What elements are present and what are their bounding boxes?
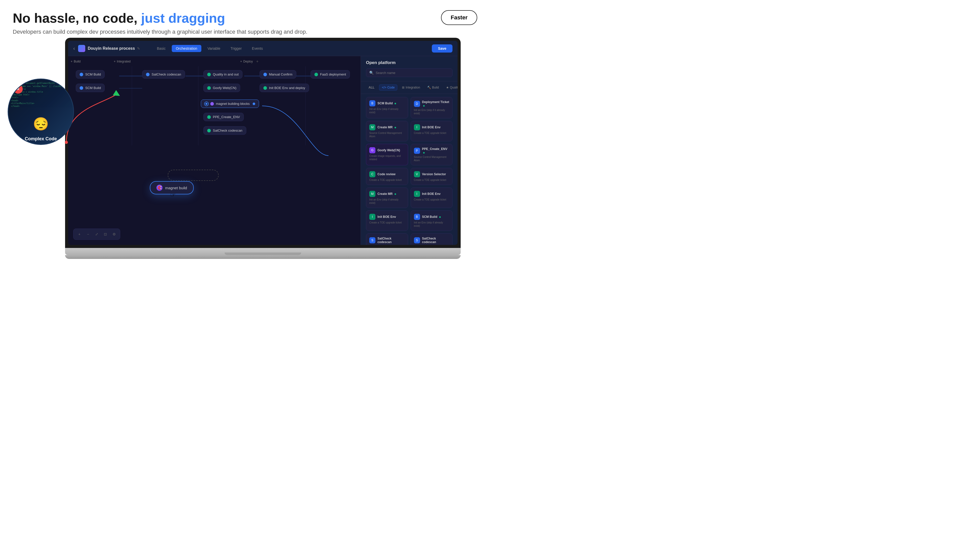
- laptop-stand: [65, 255, 461, 259]
- panel-item-goofy-web[interactable]: G Goofy Web(CN) Create image requests, a…: [366, 144, 408, 165]
- scm-build-node-1[interactable]: SCM Build: [76, 70, 105, 79]
- nav-title: Douyin Release process: [88, 46, 135, 51]
- app-logo: [78, 45, 85, 52]
- panel-item-satcheck-1[interactable]: S SatCheck codescan: [366, 233, 408, 245]
- panel-item-icon: I: [414, 191, 420, 197]
- panel-item-desc: Source Control Management Atom: [369, 131, 405, 138]
- tab-trigger[interactable]: Trigger: [226, 45, 246, 52]
- panel-item-icon: I: [369, 214, 375, 220]
- panel-item-icon: C: [369, 171, 375, 177]
- laptop-wrapper: ‹ Douyin Release process ✎ Basic Orchest…: [56, 38, 469, 275]
- header: No hassle, no code, just dragging Develo…: [0, 0, 490, 40]
- panel-item-icon: S: [414, 237, 420, 243]
- node-label: SatCheck codescan: [151, 73, 181, 76]
- node-dot: [314, 73, 318, 76]
- zoom-in-button[interactable]: +: [76, 230, 83, 238]
- node-label: magnet building blocks: [216, 102, 250, 106]
- laptop-base: [65, 248, 461, 255]
- tab-variable[interactable]: Variable: [204, 45, 224, 52]
- node-dot: [210, 102, 214, 106]
- svg-marker-1: [113, 90, 120, 96]
- tab-orchestration[interactable]: Orchestration: [172, 45, 201, 52]
- node-dot: [207, 115, 211, 119]
- nav-tabs: Basic Orchestration Variable Trigger Eve…: [153, 45, 267, 52]
- nav-back-button[interactable]: ‹: [73, 45, 75, 51]
- panel-item-name: SCM Build: [422, 215, 441, 219]
- tab-events[interactable]: Events: [248, 45, 267, 52]
- panel-item-satcheck-2[interactable]: S SatCheck codescan: [410, 233, 453, 245]
- panel-item-desc: Create image requests, and related: [369, 154, 405, 161]
- quality-node[interactable]: Quality in and out: [204, 70, 242, 79]
- panel-item-init-boe-1[interactable]: I Init BOE Env Create a TOE upgrade tick…: [410, 121, 453, 141]
- panel-item-desc: Init an Env (skip if already exist): [369, 198, 405, 205]
- panel-item-ppe-create[interactable]: P PPE_Create_ENV Source Control Manageme…: [410, 144, 453, 165]
- panel-item-desc: Init an Env (skip if already exist): [414, 221, 449, 227]
- panel-item-scm-build[interactable]: B SCM Build Init an Env (skip if already…: [366, 97, 408, 118]
- panel-item-create-mr-2[interactable]: M Create MR Init an Env (skip if already…: [366, 187, 408, 208]
- node-label: Init BOE Env and deploy: [269, 86, 305, 90]
- node-dot: [207, 73, 211, 76]
- manual-confirm-node[interactable]: Manual Confirm: [259, 70, 296, 79]
- panel-item-scm-build-2[interactable]: B SCM Build Init an Env (skip if already…: [410, 210, 453, 231]
- connector-dot: [253, 103, 255, 105]
- edit-icon[interactable]: ✎: [137, 46, 140, 51]
- node-dot: [146, 73, 150, 76]
- panel-item-name: Init BOE Env: [422, 125, 441, 129]
- filter-quality[interactable]: ★ Quality: [444, 84, 458, 91]
- panel-item-desc: Create a TOE upgrade ticket: [414, 131, 449, 135]
- node-label: Manual Confirm: [269, 73, 293, 76]
- panel-item-name: SCM Build: [377, 102, 396, 105]
- save-button[interactable]: Save: [432, 44, 452, 52]
- node-label: SCM Build: [85, 73, 101, 76]
- filter-all[interactable]: ALL: [366, 84, 377, 91]
- panel-item-icon: M: [369, 124, 375, 130]
- node-dot: [207, 129, 211, 132]
- panel-item-desc: Create a TOE upgrade ticket: [414, 198, 449, 201]
- panel-item-icon: I: [414, 124, 420, 130]
- zoom-out-button[interactable]: −: [84, 230, 92, 238]
- ppe-create-node[interactable]: PPE_Create_ENV: [204, 113, 244, 121]
- panel-item-code-review[interactable]: C Code review Create a TOE upgrade ticke…: [366, 168, 408, 185]
- node-icon: 🧲: [156, 185, 162, 191]
- panel-item-icon: M: [369, 191, 375, 197]
- goofy-web-node[interactable]: Goofy Web(CN): [204, 84, 240, 92]
- panel-item-icon: B: [369, 100, 375, 106]
- panel-search[interactable]: 🔍: [366, 68, 452, 77]
- panel-item-init-boe-3[interactable]: I Init BOE Env Create a TOE upgrade tick…: [366, 210, 408, 231]
- panel-item-init-boe-2[interactable]: I Init BOE Env Create a TOE upgrade tick…: [410, 187, 453, 208]
- panel-item-create-mr-1[interactable]: M Create MR Source Control Management At…: [366, 121, 408, 141]
- node-label: magnet build: [165, 186, 187, 190]
- settings-button[interactable]: ⚙: [110, 230, 118, 238]
- filter-code[interactable]: </> Code: [379, 84, 397, 91]
- panel-item-desc: Init an Env (skip if it already exist): [414, 108, 449, 115]
- tab-basic[interactable]: Basic: [153, 45, 170, 52]
- faster-button[interactable]: Faster: [441, 10, 477, 25]
- drop-zone: [168, 170, 219, 181]
- build-section-header[interactable]: + Build: [71, 60, 81, 63]
- panel-item-version-selector[interactable]: V Version Selector Create a TOE upgrade …: [410, 168, 453, 185]
- panel-item-deployment-ticket[interactable]: D Deployment Ticket Init an Env (skip if…: [410, 97, 453, 118]
- fit-button[interactable]: ⤢: [93, 230, 100, 238]
- grid-button[interactable]: ⊡: [102, 230, 109, 238]
- magnet-build-dragging-node[interactable]: 🧲 magnet build: [150, 181, 194, 194]
- satcheck-node-2[interactable]: SatCheck codescan: [204, 126, 246, 135]
- integrated-section-header[interactable]: + Integrated: [114, 60, 130, 63]
- headline-blue: just dragging: [137, 11, 225, 25]
- panel-item-desc: Create a TOE upgrade ticket: [369, 221, 405, 224]
- subheadline: Developers can build complex dev process…: [13, 29, 477, 35]
- panel-items: B SCM Build Init an Env (skip if already…: [361, 94, 458, 245]
- search-input[interactable]: [375, 71, 449, 75]
- satcheck-node[interactable]: SatCheck codescan: [142, 70, 185, 79]
- panel-item-name: SatCheck codescan: [377, 237, 405, 244]
- open-platform-panel: Open platform 🔍 ALL </>: [361, 56, 458, 245]
- deploy-section-header[interactable]: + Deploy +: [240, 59, 259, 64]
- init-boe-node[interactable]: Init BOE Env and deploy: [259, 84, 309, 92]
- filter-build[interactable]: 🔨 Build: [425, 84, 442, 91]
- magnet-building-node[interactable]: magnet building blocks: [201, 100, 259, 108]
- panel-item-name: Deployment Ticket: [422, 100, 449, 107]
- panel-item-desc: Create a TOE upgrade ticket: [414, 178, 449, 182]
- node-label: Quality in and out: [213, 73, 239, 76]
- faas-deployment-node[interactable]: FaaS deployment: [310, 70, 350, 79]
- panel-item-name: Init BOE Env: [377, 215, 396, 219]
- filter-integration[interactable]: ⊞ Integration: [399, 84, 423, 91]
